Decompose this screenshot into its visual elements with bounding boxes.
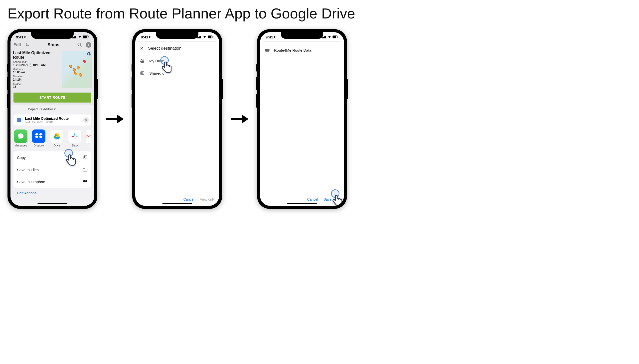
- drive-row-shared[interactable]: Shared d: [135, 67, 219, 79]
- svg-rect-1: [73, 37, 74, 38]
- status-time: 9:41: [266, 35, 273, 39]
- drive-folder-row[interactable]: Route4Me Route Data: [260, 42, 344, 58]
- app-slack[interactable]: Slack: [68, 130, 82, 147]
- location-icon: ➤: [274, 35, 276, 39]
- app-drive[interactable]: Drive: [50, 130, 64, 147]
- svg-line-9: [29, 46, 29, 46]
- status-time: 9:41: [16, 35, 24, 39]
- stops-value: 15: [13, 85, 62, 88]
- share-apps-row: Messages Dropbox Drive: [11, 126, 94, 149]
- svg-rect-24: [213, 36, 213, 38]
- search-icon[interactable]: [77, 42, 82, 48]
- svg-rect-30: [324, 36, 325, 38]
- app-label: Slack: [72, 144, 78, 147]
- drive-icon: [50, 130, 64, 143]
- svg-point-26: [141, 72, 142, 73]
- app-messages[interactable]: Messages: [14, 130, 28, 147]
- scheduled-time: 10:15 AM: [33, 63, 46, 67]
- drive-row-label: Shared d: [149, 71, 165, 75]
- add-button[interactable]: +: [86, 42, 91, 48]
- scheduled-date: 10/10/2021: [13, 63, 28, 67]
- svg-rect-13: [75, 136, 78, 137]
- svg-rect-25: [141, 72, 144, 74]
- edit-actions-link[interactable]: Edit Actions…: [11, 188, 94, 198]
- svg-rect-17: [84, 156, 86, 159]
- svg-rect-33: [333, 36, 336, 38]
- svg-rect-16: [85, 156, 87, 158]
- stops-label: Stops:: [13, 82, 62, 85]
- drive-row-mydrive[interactable]: My Drive: [135, 55, 219, 67]
- app-label: Dropbox: [34, 144, 44, 147]
- svg-rect-23: [208, 36, 211, 38]
- app-gmail[interactable]: [86, 130, 91, 147]
- svg-rect-0: [72, 38, 73, 38]
- location-icon: ➤: [149, 35, 151, 39]
- duration-label: Duration:: [13, 75, 62, 78]
- svg-rect-21: [200, 36, 201, 38]
- status-icons: [322, 36, 338, 38]
- share-file-meta: Text Document · 12 KB: [25, 120, 81, 124]
- save-here-button[interactable]: Save here: [323, 197, 339, 201]
- drive-row-label: My Drive: [149, 59, 164, 63]
- svg-rect-6: [88, 36, 89, 38]
- svg-rect-34: [338, 36, 338, 38]
- cancel-button[interactable]: Cancel: [307, 197, 318, 201]
- app-dropbox[interactable]: Dropbox: [32, 130, 46, 147]
- status-icons: [72, 36, 89, 38]
- svg-rect-2: [74, 36, 75, 38]
- share-sheet: Last Mile Optimized Route Text Document …: [11, 112, 94, 206]
- close-icon[interactable]: ✕: [83, 117, 89, 123]
- svg-rect-12: [74, 133, 75, 136]
- cancel-button[interactable]: Cancel: [184, 197, 194, 201]
- svg-rect-15: [72, 136, 74, 137]
- gmail-icon: [86, 130, 91, 143]
- share-file-card: Last Mile Optimized Route Text Document …: [14, 114, 91, 126]
- arrow-icon: [105, 112, 125, 126]
- view-only-button: View only: [200, 197, 215, 201]
- svg-point-10: [78, 43, 81, 46]
- svg-rect-14: [75, 137, 76, 139]
- arrow-icon: [230, 112, 250, 126]
- scheduled-label: Scheduled:: [13, 60, 62, 63]
- dropbox-icon: [32, 130, 46, 143]
- folder-icon: [83, 167, 88, 172]
- action-save-to-dropbox[interactable]: Save to Dropbox: [14, 176, 91, 188]
- close-icon[interactable]: ✕: [140, 46, 144, 51]
- action-save-to-files[interactable]: Save to Files: [14, 164, 91, 176]
- status-time: 9:41: [141, 35, 148, 39]
- svg-rect-19: [198, 37, 199, 38]
- drive-footer: Cancel Save here: [307, 197, 339, 201]
- svg-rect-20: [199, 36, 200, 38]
- svg-rect-18: [197, 38, 198, 38]
- start-route-button[interactable]: START ROUTE: [14, 92, 91, 102]
- drive-header-title: Select destination: [148, 46, 182, 51]
- svg-point-27: [143, 72, 143, 73]
- copy-icon: [83, 155, 88, 160]
- app-nav-bar: Edit Stops +: [11, 41, 94, 49]
- shared-drives-icon: [140, 70, 145, 76]
- share-file-name: Last Mile Optimized Route: [25, 116, 81, 120]
- status-icons: [197, 36, 214, 38]
- svg-point-7: [26, 44, 28, 45]
- route-name: Last Mile Optimized Route: [13, 51, 62, 60]
- clock-icon: 🕐: [29, 63, 33, 67]
- action-label: Save to Dropbox: [17, 180, 45, 184]
- phone-1: 9:41 ➤ Edit Stops: [8, 29, 97, 209]
- action-label: Copy: [17, 156, 26, 160]
- map-thumbnail[interactable]: [62, 51, 92, 88]
- document-icon: [16, 117, 23, 123]
- duration-value: 1h 16m: [13, 78, 62, 81]
- action-copy[interactable]: Copy: [14, 152, 91, 164]
- drive-icon: [140, 58, 145, 63]
- svg-point-8: [28, 45, 29, 46]
- dropbox-icon: [83, 179, 88, 184]
- gear-icon[interactable]: [86, 52, 91, 57]
- person-icon[interactable]: [25, 42, 30, 48]
- svg-rect-5: [83, 36, 87, 38]
- svg-rect-29: [323, 37, 324, 38]
- edit-button[interactable]: Edit: [14, 43, 21, 47]
- drive-footer: Cancel View only: [184, 197, 215, 201]
- page-title: Export Route from Route Planner App to G…: [8, 5, 631, 22]
- svg-rect-31: [325, 36, 326, 38]
- slack-icon: [68, 130, 82, 143]
